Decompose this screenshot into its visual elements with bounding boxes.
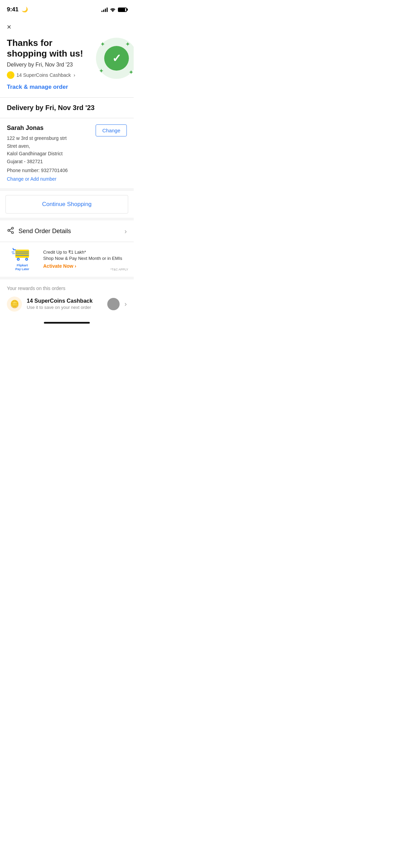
pay-later-subtitle: Shop Now & Pay Next Month or in EMIs <box>43 256 127 261</box>
lightning-icon: ⚡ <box>7 71 14 79</box>
reward-item[interactable]: 🪙 14 SuperCoins Cashback Use it to save … <box>7 297 127 312</box>
track-order-link[interactable]: Track & manage order <box>7 84 68 90</box>
tac-label: *T&C APPLY <box>110 268 128 271</box>
send-order-chevron: › <box>124 227 127 235</box>
change-number-link[interactable]: Change or Add number <box>7 176 57 182</box>
activate-now-link[interactable]: Activate Now › <box>43 263 76 269</box>
address-section: Sarah Jonas 122 w 3rd st greensburg strt… <box>0 118 134 188</box>
supercoins-cashback-text: 14 SuperCoins Cashback <box>16 72 71 78</box>
reward-chevron: › <box>124 300 127 308</box>
cart-icon <box>11 248 34 263</box>
checkmark-icon: ✓ <box>112 52 121 65</box>
svg-line-3 <box>10 231 12 232</box>
rewards-section: Your rewards on this orders 🪙 14 SuperCo… <box>0 279 134 315</box>
address-text: 122 w 3rd st greensburg strt Stret aven,… <box>7 134 127 174</box>
close-button[interactable]: × <box>0 17 134 34</box>
supercoins-icon: 🪙 <box>7 297 22 312</box>
battery-icon <box>118 8 127 12</box>
pay-later-section: Flipkart Pay Later Credit Up to ₹1 Lakh*… <box>0 242 134 277</box>
status-time: 9:41 🌙 <box>7 6 28 13</box>
flipkart-pay-label: Flipkart Pay Later <box>15 264 29 271</box>
continue-shopping-button[interactable]: Continue Shopping <box>5 195 128 214</box>
svg-point-13 <box>17 259 19 260</box>
sparkle-icon-2: ✦ <box>125 40 130 48</box>
wifi-icon <box>110 7 116 12</box>
sparkle-icon-1: ✦ <box>100 40 105 48</box>
send-order-section[interactable]: Send Order Details › <box>0 220 134 242</box>
status-bar: 9:41 🌙 <box>0 0 134 17</box>
moon-icon: 🌙 <box>22 7 28 12</box>
success-indicator: ✦ ✦ ✦ ✦ ✓ <box>96 38 134 79</box>
order-header: Thanks for shopping with us! Delivery by… <box>0 34 134 97</box>
success-circle: ✓ <box>104 46 129 71</box>
delivery-section: Delivery by Fri, Nov 3rd '23 <box>0 98 134 118</box>
svg-line-4 <box>10 229 12 230</box>
home-bar <box>44 322 90 324</box>
send-order-left: Send Order Details <box>7 227 71 236</box>
section-divider-3 <box>0 277 134 279</box>
address-line-3: Kalol Gandhinagar District <box>7 150 127 157</box>
address-line-2: Stret aven, <box>7 142 127 150</box>
reward-desc: Use it to save on your next order <box>27 305 102 310</box>
section-divider-1 <box>0 188 134 191</box>
reward-content: 14 SuperCoins Cashback Use it to save on… <box>27 298 102 310</box>
sparkle-icon-3: ✦ <box>99 67 104 75</box>
sparkle-icon-4: ✦ <box>129 69 134 76</box>
pay-later-content: Credit Up to ₹1 Lakh* Shop Now & Pay Nex… <box>43 250 127 269</box>
section-divider-2 <box>0 218 134 220</box>
close-icon: × <box>7 23 11 31</box>
reward-name: 14 SuperCoins Cashback <box>27 298 102 304</box>
svg-point-2 <box>12 232 14 234</box>
pay-later-title: Credit Up to ₹1 Lakh* <box>43 250 127 255</box>
status-icons <box>101 7 127 12</box>
home-indicator <box>0 315 134 326</box>
send-order-label: Send Order Details <box>19 228 71 235</box>
phone-number: Phone number: 9327701406 <box>7 167 127 174</box>
svg-point-14 <box>26 259 27 260</box>
address-line-4: Gujarat - 382721 <box>7 158 127 165</box>
delivery-date-main: Delivery by Fri, Nov 3rd '23 <box>7 104 127 112</box>
svg-point-0 <box>12 227 14 229</box>
share-icon <box>7 227 14 236</box>
change-address-button[interactable]: Change <box>96 124 127 136</box>
reward-toggle <box>107 298 120 310</box>
rewards-title: Your rewards on this orders <box>7 286 127 291</box>
flipkart-pay-later-logo: Flipkart Pay Later <box>7 248 38 271</box>
svg-point-1 <box>8 230 10 232</box>
signal-icon <box>101 7 108 12</box>
supercoins-arrow: › <box>74 72 75 78</box>
continue-shopping-section: Continue Shopping <box>0 191 134 218</box>
